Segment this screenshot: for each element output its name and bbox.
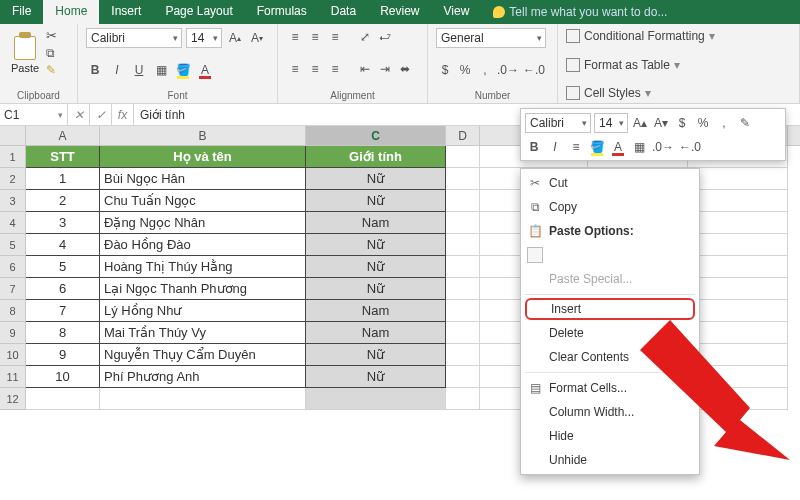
- col-header-B[interactable]: B: [100, 126, 306, 145]
- orientation-icon[interactable]: ⤢: [356, 28, 374, 46]
- mini-currency-icon[interactable]: $: [673, 114, 691, 132]
- cell-C7[interactable]: Nữ: [306, 278, 446, 300]
- cut-icon[interactable]: ✂: [46, 28, 57, 43]
- cell-D7[interactable]: [446, 278, 480, 300]
- cell-C6[interactable]: Nữ: [306, 256, 446, 278]
- cell-A6[interactable]: 5: [26, 256, 100, 278]
- number-format-select[interactable]: General: [436, 28, 546, 48]
- cell-D8[interactable]: [446, 300, 480, 322]
- cell-A4[interactable]: 3: [26, 212, 100, 234]
- fx-icon[interactable]: fx: [112, 104, 134, 125]
- cell-G10[interactable]: [688, 344, 788, 366]
- mini-align-icon[interactable]: ≡: [567, 138, 585, 156]
- tab-view[interactable]: View: [432, 0, 482, 24]
- row-header-6[interactable]: 6: [0, 256, 26, 278]
- cell-C8[interactable]: Nam: [306, 300, 446, 322]
- tab-data[interactable]: Data: [319, 0, 368, 24]
- cell-D4[interactable]: [446, 212, 480, 234]
- wrap-text-icon[interactable]: ⮐: [376, 28, 394, 46]
- ctx-insert[interactable]: Insert: [525, 298, 695, 320]
- cell-G2[interactable]: [688, 168, 788, 190]
- tell-me[interactable]: Tell me what you want to do...: [481, 0, 679, 24]
- cell-A3[interactable]: 2: [26, 190, 100, 212]
- cell-G6[interactable]: [688, 256, 788, 278]
- percent-icon[interactable]: %: [456, 61, 474, 79]
- mini-comma-icon[interactable]: ,: [715, 114, 733, 132]
- mini-decrease-font-icon[interactable]: A▾: [652, 114, 670, 132]
- cell-A2[interactable]: 1: [26, 168, 100, 190]
- cell-B5[interactable]: Đào Hồng Đào: [100, 234, 306, 256]
- cell-D2[interactable]: [446, 168, 480, 190]
- format-as-table-button[interactable]: Format as Table▾: [566, 57, 791, 73]
- font-size-select[interactable]: 14: [186, 28, 222, 48]
- row-header-8[interactable]: 8: [0, 300, 26, 322]
- row-header-7[interactable]: 7: [0, 278, 26, 300]
- row-header-3[interactable]: 3: [0, 190, 26, 212]
- cell-B7[interactable]: Lại Ngọc Thanh Phương: [100, 278, 306, 300]
- border-button[interactable]: ▦: [152, 61, 170, 79]
- conditional-formatting-button[interactable]: Conditional Formatting▾: [566, 28, 791, 44]
- ctx-clear-contents[interactable]: Clear Contents: [521, 345, 699, 369]
- cell-A9[interactable]: 8: [26, 322, 100, 344]
- ctx-format-cells[interactable]: ▤Format Cells...: [521, 376, 699, 400]
- decrease-font-icon[interactable]: A▾: [248, 29, 266, 47]
- cell-A8[interactable]: 7: [26, 300, 100, 322]
- align-left-icon[interactable]: ≡: [286, 60, 304, 78]
- mini-format-painter-icon[interactable]: ✎: [736, 114, 754, 132]
- increase-font-icon[interactable]: A▴: [226, 29, 244, 47]
- ctx-paste-icon-row[interactable]: [521, 243, 699, 267]
- cell-G5[interactable]: [688, 234, 788, 256]
- cell-G9[interactable]: [688, 322, 788, 344]
- mini-increase-font-icon[interactable]: A▴: [631, 114, 649, 132]
- cell-D1[interactable]: [446, 146, 480, 168]
- align-center-icon[interactable]: ≡: [306, 60, 324, 78]
- cell-A12[interactable]: [26, 388, 100, 410]
- cell-B1[interactable]: Họ và tên: [100, 146, 306, 168]
- tab-insert[interactable]: Insert: [99, 0, 153, 24]
- ctx-delete[interactable]: Delete: [521, 321, 699, 345]
- font-select[interactable]: Calibri: [86, 28, 182, 48]
- row-header-12[interactable]: 12: [0, 388, 26, 410]
- cell-B9[interactable]: Mai Trần Thúy Vy: [100, 322, 306, 344]
- tab-home[interactable]: Home: [43, 0, 99, 24]
- enter-fx-icon[interactable]: ✓: [90, 104, 112, 125]
- merge-button[interactable]: ⬌: [396, 60, 414, 78]
- row-header-4[interactable]: 4: [0, 212, 26, 234]
- cell-C9[interactable]: Nam: [306, 322, 446, 344]
- cell-A11[interactable]: 10: [26, 366, 100, 388]
- increase-decimal-icon[interactable]: .0→: [496, 61, 520, 79]
- mini-dec-decimal-icon[interactable]: ←.0: [678, 138, 702, 156]
- underline-button[interactable]: U: [130, 61, 148, 79]
- mini-bold-button[interactable]: B: [525, 138, 543, 156]
- cell-D10[interactable]: [446, 344, 480, 366]
- cell-styles-button[interactable]: Cell Styles▾: [566, 85, 791, 101]
- mini-italic-button[interactable]: I: [546, 138, 564, 156]
- cell-B11[interactable]: Phí Phương Anh: [100, 366, 306, 388]
- cell-G12[interactable]: [688, 388, 788, 410]
- decrease-decimal-icon[interactable]: ←.0: [522, 61, 546, 79]
- mini-inc-decimal-icon[interactable]: .0→: [651, 138, 675, 156]
- decrease-indent-icon[interactable]: ⇤: [356, 60, 374, 78]
- cell-C4[interactable]: Nam: [306, 212, 446, 234]
- mini-percent-icon[interactable]: %: [694, 114, 712, 132]
- align-right-icon[interactable]: ≡: [326, 60, 344, 78]
- ctx-cut[interactable]: ✂Cut: [521, 171, 699, 195]
- cell-C2[interactable]: Nữ: [306, 168, 446, 190]
- cell-G4[interactable]: [688, 212, 788, 234]
- copy-icon[interactable]: ⧉: [46, 46, 57, 60]
- cell-B2[interactable]: Bùi Ngọc Hân: [100, 168, 306, 190]
- ctx-unhide[interactable]: Unhide: [521, 448, 699, 472]
- comma-icon[interactable]: ,: [476, 61, 494, 79]
- row-header-11[interactable]: 11: [0, 366, 26, 388]
- mini-border-icon[interactable]: ▦: [630, 138, 648, 156]
- mini-size-select[interactable]: 14: [594, 113, 628, 133]
- align-top-icon[interactable]: ≡: [286, 28, 304, 46]
- cell-A10[interactable]: 9: [26, 344, 100, 366]
- cell-D3[interactable]: [446, 190, 480, 212]
- mini-font-color-icon[interactable]: A: [609, 138, 627, 156]
- cell-A5[interactable]: 4: [26, 234, 100, 256]
- format-painter-icon[interactable]: ✎: [46, 63, 57, 77]
- cell-A1[interactable]: STT: [26, 146, 100, 168]
- col-header-C[interactable]: C: [306, 126, 446, 145]
- mini-fill-color-icon[interactable]: 🪣: [588, 138, 606, 156]
